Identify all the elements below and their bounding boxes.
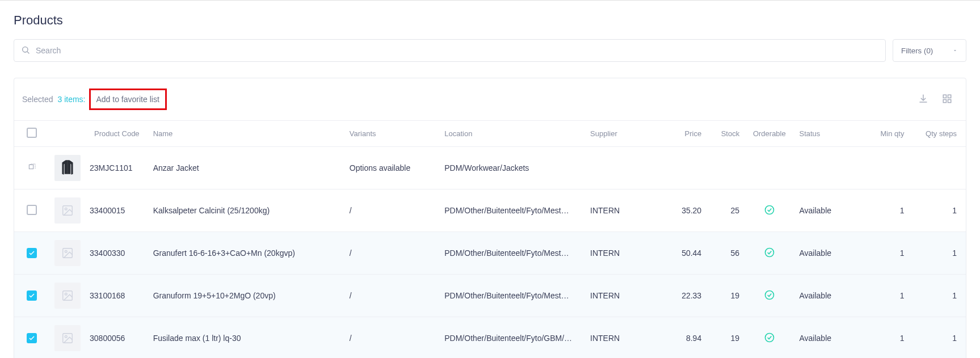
table-row[interactable]: 33400330Granufert 16-6-16+3+CaO+Mn (20kg… bbox=[14, 232, 966, 275]
svg-point-14 bbox=[65, 293, 67, 295]
svg-point-18 bbox=[765, 333, 773, 342]
add-to-favorite-button[interactable]: Add to favorite list bbox=[89, 89, 167, 110]
cell-name: Kalksalpeter Calcinit (25/1200kg) bbox=[149, 189, 345, 232]
cell-name: Anzar Jacket bbox=[149, 147, 345, 189]
cell-location: PDM/Workwear/Jackets bbox=[440, 147, 586, 189]
cell-orderable bbox=[744, 147, 794, 189]
download-icon[interactable] bbox=[918, 94, 928, 106]
cell-minqty: 1 bbox=[858, 232, 909, 275]
cell-orderable bbox=[744, 317, 794, 359]
cell-stock: 56 bbox=[706, 232, 744, 275]
svg-rect-6 bbox=[30, 165, 33, 169]
cell-stock: 19 bbox=[706, 275, 744, 317]
row-checkbox[interactable] bbox=[27, 290, 37, 301]
cell-price: 22.33 bbox=[649, 275, 706, 317]
col-status[interactable]: Status bbox=[794, 121, 858, 147]
cell-variants: / bbox=[345, 189, 440, 232]
col-name[interactable]: Name bbox=[149, 121, 345, 147]
table-row[interactable]: 33400015Kalksalpeter Calcinit (25/1200kg… bbox=[14, 189, 966, 232]
cell-price: 35.20 bbox=[649, 189, 706, 232]
cell-qtysteps: 1 bbox=[909, 275, 966, 317]
col-price[interactable]: Price bbox=[649, 121, 706, 147]
page-title: Products bbox=[14, 13, 966, 28]
search-row: Filters (0) bbox=[14, 39, 966, 62]
svg-point-0 bbox=[23, 47, 28, 52]
cell-variants: Options available bbox=[345, 147, 440, 189]
table-row[interactable]: 30800056Fusilade max (1 ltr) lq-30/PDM/O… bbox=[14, 317, 966, 359]
table-row[interactable]: 33100168Granuform 19+5+10+2MgO (20vp)/PD… bbox=[14, 275, 966, 317]
cell-stock bbox=[706, 147, 744, 189]
selection-bar: Selected 3 items: Add to favorite list bbox=[14, 78, 966, 120]
cell-status: Available bbox=[794, 317, 858, 359]
col-code[interactable]: Product Code bbox=[85, 121, 149, 147]
row-checkbox[interactable] bbox=[27, 248, 37, 258]
check-circle-icon bbox=[764, 204, 775, 216]
cell-location: PDM/Other/Buitenteelt/Fyto/Mest… bbox=[440, 189, 586, 232]
cell-supplier: INTERN bbox=[586, 189, 649, 232]
svg-point-17 bbox=[65, 335, 67, 338]
row-checkbox[interactable] bbox=[27, 205, 37, 215]
selected-count: 3 items: bbox=[57, 95, 85, 104]
selected-prefix: Selected bbox=[22, 95, 53, 104]
cell-orderable bbox=[744, 189, 794, 232]
cell-minqty bbox=[858, 147, 909, 189]
filters-button[interactable]: Filters (0) bbox=[893, 39, 966, 62]
cell-code: 33400015 bbox=[85, 189, 149, 232]
cell-stock: 25 bbox=[706, 189, 744, 232]
cell-qtysteps bbox=[909, 147, 966, 189]
cell-orderable bbox=[744, 275, 794, 317]
col-minqty[interactable]: Min qty bbox=[858, 121, 909, 147]
product-thumbnail bbox=[54, 325, 81, 351]
cell-variants: / bbox=[345, 275, 440, 317]
search-box[interactable] bbox=[14, 39, 886, 62]
col-orderable[interactable]: Orderable bbox=[744, 121, 794, 147]
select-all-checkbox[interactable] bbox=[27, 128, 37, 138]
cell-minqty: 1 bbox=[858, 275, 909, 317]
cell-price: 50.44 bbox=[649, 232, 706, 275]
cell-location: PDM/Other/Buitenteelt/Fyto/Mest… bbox=[440, 232, 586, 275]
expand-icon[interactable] bbox=[27, 165, 36, 174]
cell-status: Available bbox=[794, 232, 858, 275]
svg-point-11 bbox=[65, 250, 67, 252]
cell-code: 23MJC1101 bbox=[85, 147, 149, 189]
cell-location: PDM/Other/Buitenteelt/Fyto/Mest… bbox=[440, 275, 586, 317]
cell-name: Fusilade max (1 ltr) lq-30 bbox=[149, 317, 345, 359]
chevron-down-icon bbox=[952, 47, 958, 55]
product-thumbnail bbox=[54, 283, 81, 309]
svg-point-8 bbox=[65, 208, 67, 210]
products-card: Selected 3 items: Add to favorite list bbox=[14, 78, 966, 358]
svg-rect-3 bbox=[948, 95, 951, 98]
table-row[interactable]: 23MJC1101Anzar JacketOptions availablePD… bbox=[14, 147, 966, 189]
cell-code: 33400330 bbox=[85, 232, 149, 275]
search-icon bbox=[21, 45, 30, 56]
svg-point-15 bbox=[765, 290, 773, 299]
search-input[interactable] bbox=[36, 46, 878, 55]
products-table: Product Code Name Variants Location Supp… bbox=[14, 120, 966, 358]
col-qtysteps[interactable]: Qty steps bbox=[909, 121, 966, 147]
row-checkbox[interactable] bbox=[27, 333, 37, 343]
svg-line-1 bbox=[27, 52, 29, 53]
cell-code: 30800056 bbox=[85, 317, 149, 359]
cell-name: Granufert 16-6-16+3+CaO+Mn (20kgvp) bbox=[149, 232, 345, 275]
table-header-row: Product Code Name Variants Location Supp… bbox=[14, 121, 966, 147]
cell-code: 33100168 bbox=[85, 275, 149, 317]
svg-point-9 bbox=[765, 205, 773, 214]
col-supplier[interactable]: Supplier bbox=[586, 121, 649, 147]
product-thumbnail bbox=[54, 240, 81, 266]
cell-status: Available bbox=[794, 275, 858, 317]
check-circle-icon bbox=[764, 289, 775, 301]
cell-supplier: INTERN bbox=[586, 232, 649, 275]
svg-rect-4 bbox=[943, 99, 946, 102]
cell-supplier: INTERN bbox=[586, 275, 649, 317]
col-variants[interactable]: Variants bbox=[345, 121, 440, 147]
grid-view-icon[interactable] bbox=[942, 94, 952, 106]
cell-orderable bbox=[744, 232, 794, 275]
cell-qtysteps: 1 bbox=[909, 232, 966, 275]
cell-variants: / bbox=[345, 232, 440, 275]
product-thumbnail bbox=[54, 197, 81, 224]
col-location[interactable]: Location bbox=[440, 121, 586, 147]
svg-point-12 bbox=[765, 248, 773, 256]
col-stock[interactable]: Stock bbox=[706, 121, 744, 147]
cell-price bbox=[649, 147, 706, 189]
filters-label: Filters (0) bbox=[901, 47, 933, 55]
